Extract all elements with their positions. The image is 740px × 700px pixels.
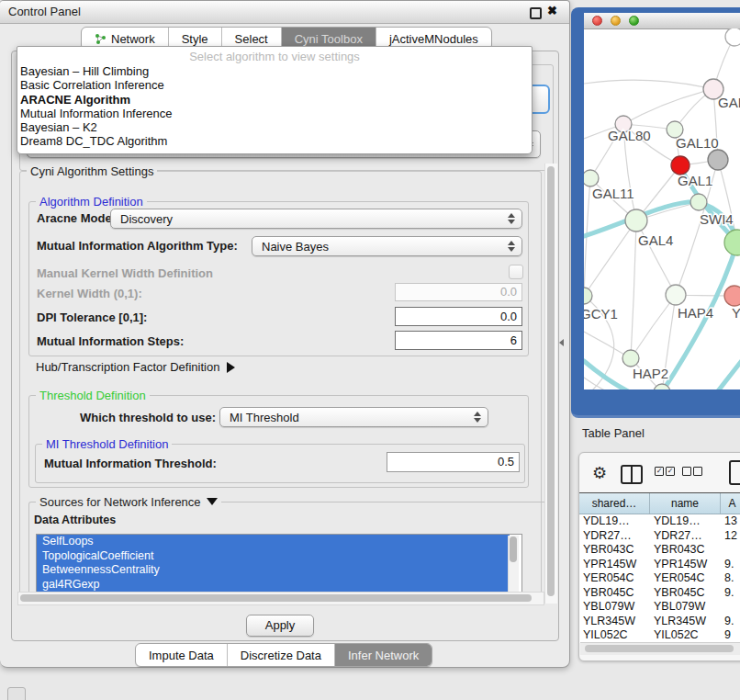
close-traffic-light[interactable]: [592, 16, 602, 26]
table-cell: YDL19…: [579, 514, 650, 529]
network-node-hap4[interactable]: [666, 285, 686, 305]
network-node-hap2[interactable]: [622, 350, 639, 367]
column-layout-icon[interactable]: [621, 465, 643, 484]
combobox-stepper-icon: [508, 241, 515, 252]
network-node-y[interactable]: [724, 286, 740, 306]
which-threshold-label: Which threshold to use:: [80, 411, 216, 424]
dpi-tolerance-field[interactable]: 0.0: [395, 307, 522, 326]
table-cell: YBR045C: [579, 586, 650, 601]
network-node-gal4[interactable]: [625, 209, 647, 231]
mi-steps-field[interactable]: 6: [395, 331, 522, 350]
algorithm-option-mutual-information-inference[interactable]: Mutual Information Inference: [17, 107, 532, 120]
algorithm-option-dream8-dc-tdc-algorithm[interactable]: Dream8 DC_TDC Algorithm: [17, 134, 532, 148]
checked-box-icon[interactable]: ✓: [666, 467, 675, 476]
table-row[interactable]: YLR345WYLR345W9.: [579, 615, 740, 629]
mi-type-label: Mutual Information Algorithm Type:: [37, 239, 238, 253]
table-horizontal-scrollbar[interactable]: [580, 642, 740, 655]
float-window-icon[interactable]: [530, 7, 542, 19]
algorithm-option-bayesian-hill-climbing[interactable]: Bayesian – Hill Climbing: [17, 64, 532, 78]
mi-type-value: Naive Bayes: [262, 240, 329, 254]
algorithm-option-aracne-algorithm[interactable]: ARACNE Algorithm: [17, 93, 532, 107]
close-icon[interactable]: ✖: [547, 4, 557, 17]
table-row[interactable]: YDL19…YDL19…13: [579, 514, 740, 529]
network-canvas[interactable]: GAL7GAL80GAL10GAL1GAL11SWI4GAL4GCY1HAP4Y…: [584, 28, 740, 390]
panel-splitter-arrow[interactable]: [559, 339, 564, 346]
algorithm-option-basic-correlation-inference[interactable]: Basic Correlation Inference: [17, 78, 532, 92]
tab-label: Network: [111, 32, 155, 46]
zoom-traffic-light[interactable]: [629, 16, 639, 26]
node-label: GAL7: [718, 95, 740, 110]
scrollbar-thumb[interactable]: [510, 536, 517, 562]
algorithm-definition-group: Algorithm Definition Aracne Mode: Discov…: [28, 201, 529, 356]
attribute-item-gal4rgexp[interactable]: gal4RGexp: [37, 578, 510, 593]
sources-disclosure[interactable]: Sources for Network Inference: [36, 495, 221, 509]
vertical-scrollbar[interactable]: [544, 164, 557, 604]
hub-definition-disclosure[interactable]: Hub/Transcription Factor Definition: [36, 360, 235, 374]
gear-icon[interactable]: ⚙: [592, 463, 607, 483]
node-label: GAL80: [608, 128, 651, 143]
table-cell: YBR045C: [650, 586, 721, 601]
network-edge: [623, 89, 713, 124]
list-scrollbar[interactable]: [508, 536, 519, 592]
network-node-gal11[interactable]: [584, 170, 599, 186]
network-window-titlebar[interactable]: [584, 13, 740, 29]
table-row[interactable]: YIL052CYIL052C9: [579, 628, 740, 643]
aracne-mode-combobox[interactable]: Discovery: [110, 209, 522, 229]
table-row[interactable]: YBL079WYBL079W: [579, 600, 740, 615]
title-bar[interactable]: Control Panel ✖: [0, 1, 569, 24]
kernel-width-field[interactable]: 0.0: [395, 283, 522, 301]
unchecked-box-icon[interactable]: [693, 467, 702, 476]
attribute-item-betweennesscentrality[interactable]: BetweennessCentrality: [37, 563, 510, 578]
node-label: HAP4: [678, 305, 713, 321]
data-attributes-list[interactable]: SelfLoopsTopologicalCoefficientBetweenne…: [36, 534, 522, 594]
tab-label: jActiveMNodules: [389, 32, 478, 46]
bottom-tab-discretize-data[interactable]: Discretize Data: [228, 644, 335, 666]
bottom-tab-infer-network[interactable]: Infer Network: [335, 644, 432, 666]
table-row[interactable]: YER054CYER054C8.: [579, 571, 740, 586]
table-cell: 8.: [721, 571, 740, 586]
node-label: GAL4: [638, 232, 673, 248]
table-cell: 12: [721, 529, 740, 544]
table-row[interactable]: YPR145WYPR145W9.: [579, 558, 740, 572]
table-cell: YDL19…: [650, 514, 721, 529]
attribute-item-topologicalcoefficient[interactable]: TopologicalCoefficient: [37, 549, 510, 564]
mi-type-combobox[interactable]: Naive Bayes: [252, 236, 522, 256]
group-title: Algorithm Definition: [36, 195, 147, 209]
algorithm-option-bayesian-k2[interactable]: Bayesian – K2: [17, 120, 532, 134]
network-node[interactable]: [708, 150, 728, 170]
function-builder-icon[interactable]: [729, 460, 740, 485]
horizontal-scrollbar[interactable]: [17, 592, 544, 605]
table-cell: YER054C: [650, 571, 721, 586]
network-node[interactable]: [725, 28, 740, 46]
mi-threshold-field[interactable]: 0.5: [387, 452, 520, 472]
network-node-swi4[interactable]: [690, 194, 707, 210]
minimize-traffic-light[interactable]: [611, 16, 621, 26]
column-header-name[interactable]: name: [650, 493, 721, 514]
scrollbar-thumb[interactable]: [547, 166, 555, 596]
collapsed-panel-icon[interactable]: [7, 687, 26, 700]
checked-box-icon[interactable]: ✓: [655, 467, 664, 476]
combobox-stepper-icon: [508, 213, 515, 224]
column-header-shared[interactable]: shared…: [579, 493, 650, 514]
table-row[interactable]: YDR27…YDR27…12: [579, 529, 740, 544]
table-cell: YBL079W: [650, 600, 721, 615]
table-cell: YBL079W: [579, 600, 650, 615]
network-edge: [584, 80, 713, 89]
scrollbar-thumb[interactable]: [585, 645, 734, 652]
apply-button[interactable]: Apply: [246, 615, 314, 637]
mi-threshold-label: Mutual Information Threshold:: [44, 457, 217, 470]
attribute-item-selfloops[interactable]: SelfLoops: [37, 535, 510, 549]
scrollbar-thumb[interactable]: [20, 594, 532, 602]
algorithm-popup: Select algorithm to view settings Bayesi…: [17, 46, 533, 154]
manual-kernel-checkbox[interactable]: [509, 265, 523, 279]
table-row[interactable]: YBR043CYBR043C: [579, 543, 740, 558]
unchecked-box-icon[interactable]: [682, 467, 691, 476]
which-threshold-combobox[interactable]: MI Threshold: [219, 407, 488, 427]
column-header-a[interactable]: A: [721, 493, 740, 514]
table-row[interactable]: YBR045CYBR045C9.: [579, 586, 740, 601]
node-label: GAL10: [676, 135, 719, 151]
tab-label: Discretize Data: [241, 649, 321, 662]
disclosure-down-icon: [207, 498, 218, 505]
network-node-gal1[interactable]: [671, 156, 690, 175]
bottom-tab-impute-data[interactable]: Impute Data: [136, 644, 228, 666]
